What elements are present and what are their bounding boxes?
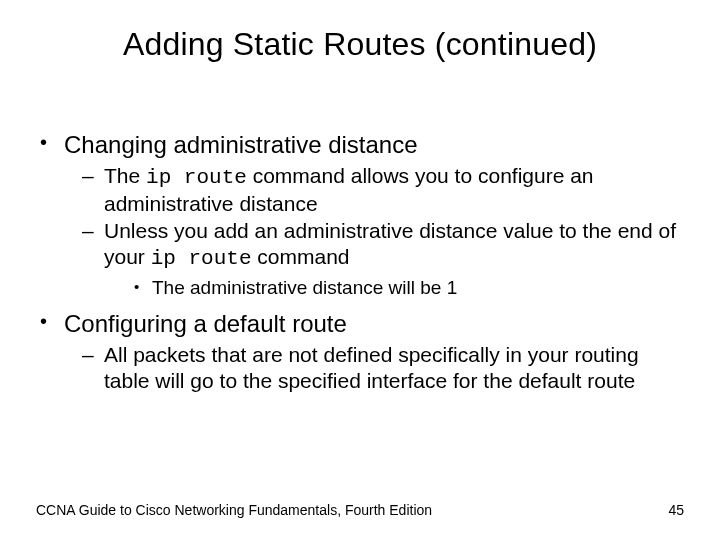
text-fragment: The <box>104 164 146 187</box>
bullet-text: All packets that are not defined specifi… <box>104 343 639 392</box>
bullet-item: Configuring a default route All packets … <box>36 309 684 393</box>
sub-bullet-item: Unless you add an administrative distanc… <box>82 218 684 298</box>
text-fragment: command <box>252 245 350 268</box>
slide: Adding Static Routes (continued) Changin… <box>0 0 720 540</box>
slide-body: Changing administrative distance The ip … <box>36 130 684 399</box>
footer-text: CCNA Guide to Cisco Networking Fundament… <box>36 502 432 518</box>
slide-footer: CCNA Guide to Cisco Networking Fundament… <box>36 502 684 518</box>
code-text: ip route <box>151 247 252 270</box>
bullet-list: Changing administrative distance The ip … <box>36 130 684 393</box>
sub-bullet-list: The ip route command allows you to confi… <box>64 163 684 299</box>
bullet-text: Changing administrative distance <box>64 131 418 158</box>
bullet-item: Changing administrative distance The ip … <box>36 130 684 299</box>
sub-bullet-item: All packets that are not defined specifi… <box>82 342 684 393</box>
code-text: ip route <box>146 166 247 189</box>
slide-title: Adding Static Routes (continued) <box>0 26 720 63</box>
sub-sub-bullet-item: The administrative distance will be 1 <box>132 276 684 299</box>
page-number: 45 <box>668 502 684 518</box>
bullet-text: Configuring a default route <box>64 310 347 337</box>
sub-sub-bullet-list: The administrative distance will be 1 <box>104 276 684 299</box>
bullet-text: The administrative distance will be 1 <box>152 277 457 298</box>
sub-bullet-list: All packets that are not defined specifi… <box>64 342 684 393</box>
sub-bullet-item: The ip route command allows you to confi… <box>82 163 684 216</box>
